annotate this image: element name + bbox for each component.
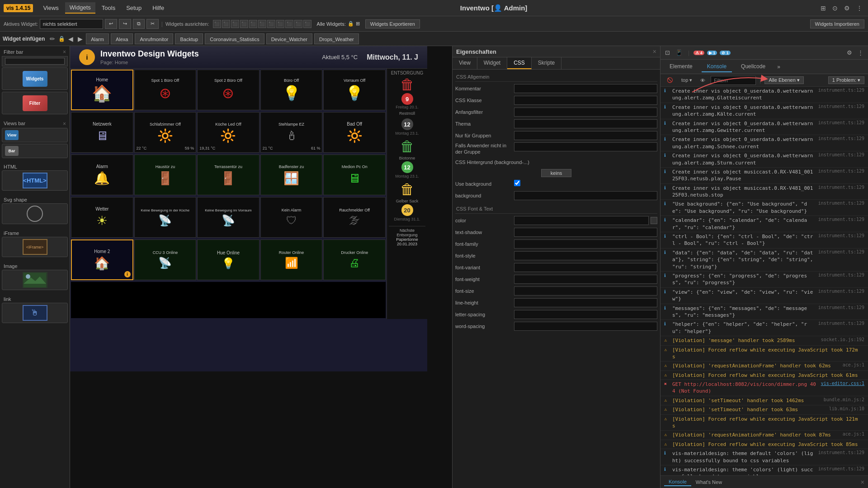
export-icon[interactable]: ⊞	[356, 21, 360, 27]
widget-schlafzimmer[interactable]: Schlafzimmer Off 🔆 22 °C 59 %	[134, 112, 197, 153]
widget-stehlampe[interactable]: Stehlampe EZ 🕯 21 °C 61 %	[260, 112, 323, 153]
tab-widget[interactable]: Widget	[477, 57, 507, 69]
import-btn[interactable]: Widgets Importieren	[810, 19, 864, 28]
shape-item[interactable]	[2, 203, 68, 224]
widget-home2[interactable]: Home 2 🏠 i	[71, 239, 133, 280]
anfangsfilter-input[interactable]	[514, 108, 657, 117]
widget-keine-vorraum[interactable]: Keine Bewegung im Vorraum 📡	[197, 197, 259, 238]
icon-grid[interactable]: ⊞	[819, 4, 828, 13]
lock-icon[interactable]: 🔒	[348, 21, 354, 27]
widget-rauch[interactable]: Rauchmelder Off 🌫	[323, 197, 386, 238]
filter-bar-close[interactable]: ×	[63, 49, 66, 55]
falls-input[interactable]	[514, 142, 657, 151]
menu-views[interactable]: Views	[38, 3, 63, 13]
filter-input[interactable]	[5, 58, 65, 65]
tab-skripte[interactable]: Skripte	[532, 57, 561, 69]
log-source[interactable]: instrument.ts:129	[818, 185, 864, 190]
font-variant-input[interactable]	[514, 263, 657, 272]
dt-filter-input[interactable]	[711, 76, 756, 85]
dt-alle-ebenen-btn[interactable]: Alle Ebenen ▾	[764, 76, 803, 84]
log-source[interactable]: bundle.min.js:2	[824, 397, 864, 402]
dt-tab-konsole[interactable]: Konsole	[702, 61, 732, 72]
font-family-input[interactable]	[514, 239, 657, 249]
dt-top-btn[interactable]: top ▾	[679, 77, 695, 84]
tab-view[interactable]: View	[453, 57, 477, 69]
iframe-item[interactable]: <iFrame>	[2, 237, 68, 257]
dt-inspect-btn[interactable]: ⊡	[663, 48, 672, 57]
icon-circle[interactable]: ⊙	[830, 4, 840, 13]
font-weight-input[interactable]	[514, 275, 657, 284]
log-source[interactable]: instrument.ts:129	[818, 249, 864, 254]
log-source[interactable]: instrument.ts:129	[818, 152, 864, 157]
widget-haustuer[interactable]: Haustür zu 🚪	[134, 155, 197, 195]
color-swatch[interactable]	[651, 217, 657, 224]
distribute-h[interactable]: ⬛	[267, 20, 275, 28]
align-right[interactable]: ⬛	[231, 20, 239, 28]
widget-vorraum[interactable]: Vorraum Off 💡	[323, 70, 386, 110]
log-source[interactable]: ace.js:1	[843, 362, 864, 367]
tab-alexa[interactable]: Alexa	[111, 33, 133, 44]
undo-btn[interactable]: ↩	[105, 19, 117, 29]
widget-wetter[interactable]: Wetter ☀	[71, 197, 133, 238]
log-source[interactable]: instrument.ts:129	[818, 201, 864, 206]
widget-badfenster[interactable]: Badfenster zu 🪟	[260, 155, 323, 195]
same-width[interactable]: ⬛	[285, 20, 293, 28]
html-item[interactable]: <HTML>	[2, 170, 68, 191]
widget-terrasse[interactable]: Terrassentür zu 🚪	[197, 155, 259, 195]
same-size[interactable]: ⬛	[303, 20, 311, 28]
nav-left[interactable]: ◀	[67, 35, 75, 42]
widget-kein-alarm[interactable]: Kein Alarm 🛡	[260, 197, 323, 238]
cut-btn[interactable]: ✂	[146, 19, 159, 29]
dt-problems-btn[interactable]: 1 Problem: ▾	[828, 76, 864, 84]
dt-footer-whatsnew[interactable]: What's New	[691, 479, 726, 486]
align-center-h[interactable]: ⬛	[222, 20, 230, 28]
align-bottom[interactable]: ⬛	[258, 20, 266, 28]
dt-footer-close[interactable]: ×	[861, 479, 864, 486]
tab-anrufmonitor[interactable]: Anrufmonitor	[135, 33, 173, 44]
dt-clear-btn[interactable]: 🚫	[664, 77, 676, 84]
dt-device-btn[interactable]: 📱	[674, 48, 684, 57]
log-source[interactable]: instrument.ts:129	[818, 272, 864, 277]
menu-tools[interactable]: Tools	[97, 3, 120, 13]
dt-more-tabs[interactable]: »	[774, 62, 783, 72]
font-style-input[interactable]	[514, 251, 657, 260]
widget-spot1[interactable]: Spot 1 Büro Off ⊛	[134, 70, 197, 110]
active-widget-input[interactable]	[40, 19, 103, 29]
tab-css[interactable]: CSS	[507, 57, 532, 69]
export-btn[interactable]: Widgets Exportieren	[365, 19, 420, 28]
log-source[interactable]: socket.io.js:192	[821, 337, 864, 342]
log-source[interactable]: instrument.ts:129	[818, 88, 864, 93]
log-source[interactable]: lib.min.js:10	[829, 406, 864, 411]
widget-spot2[interactable]: Spot 2 Büro Off ⊛	[197, 70, 259, 110]
font-size-input[interactable]	[514, 286, 657, 296]
widget-kueche[interactable]: Küche Led Off 🔆 19,31 °C	[197, 112, 259, 153]
thema-input[interactable]: dark-hive	[514, 119, 657, 128]
log-source[interactable]: instrument.ts:129	[818, 321, 864, 326]
log-source[interactable]: ace.js:1	[843, 432, 864, 436]
insert-edit-btn[interactable]: ✏	[48, 35, 57, 42]
widget-alarm[interactable]: Alarm 🔔	[71, 155, 133, 195]
align-left[interactable]: ⬛	[213, 20, 221, 28]
log-source[interactable]: instrument.ts:129	[818, 305, 864, 310]
keins-btn[interactable]: keins	[541, 169, 572, 177]
widget-keine-kueche[interactable]: Keine Bewegung in der Küche 📡	[134, 197, 197, 238]
menu-hilfe[interactable]: Hilfe	[148, 3, 169, 13]
nur-fuer-gruppen-input[interactable]: Alle Gruppen	[514, 131, 657, 140]
distribute-v[interactable]: ⬛	[276, 20, 284, 28]
widget-ccu3[interactable]: CCU 3 Online 📡	[134, 239, 197, 280]
icon-dots[interactable]: ⋮	[854, 4, 864, 13]
widget-medion[interactable]: Medion Pc On 🖥	[323, 155, 386, 195]
dt-more-btn[interactable]: ⋮	[856, 48, 865, 57]
log-source[interactable]: instrument.ts:129	[818, 289, 864, 294]
dt-tab-elemente[interactable]: Elemente	[664, 61, 698, 72]
widget-drucker[interactable]: Drucker Online 🖨	[323, 239, 386, 280]
widget-netzwerk[interactable]: Netzwerk 🖥	[71, 112, 133, 153]
filter-item[interactable]: Filter	[2, 92, 68, 114]
align-top[interactable]: ⬛	[240, 20, 248, 28]
align-center-v[interactable]: ⬛	[249, 20, 257, 28]
css-klasse-input[interactable]	[514, 96, 657, 105]
log-source[interactable]: instrument.ts:129	[818, 136, 864, 141]
dt-eye-btn[interactable]: 👁	[698, 77, 708, 84]
props-close-btn[interactable]: ×	[653, 48, 656, 55]
line-height-input[interactable]	[514, 298, 657, 307]
